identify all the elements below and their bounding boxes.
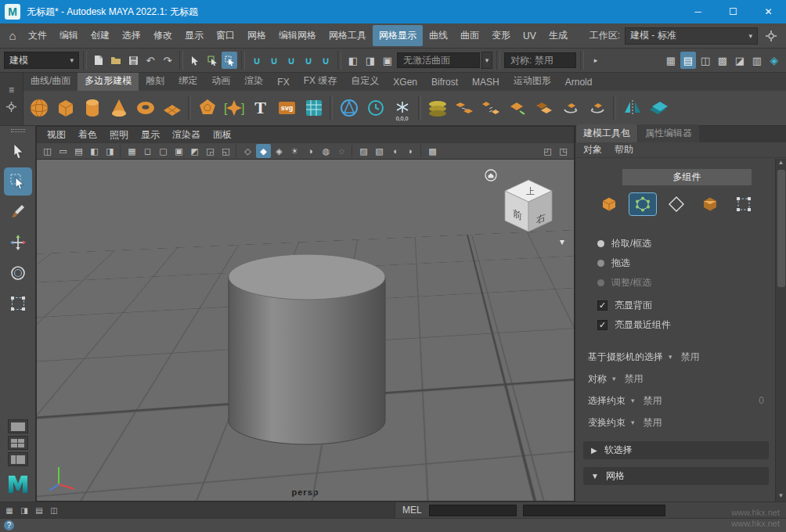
pane-tear-off-icon[interactable]: ◳ (556, 144, 571, 158)
checkbox-highlight-backfaces[interactable]: ✓ 亮显背面 (582, 296, 770, 315)
lock-camera-icon[interactable]: ▭ (56, 144, 70, 158)
type-tool-icon[interactable]: T (248, 95, 272, 121)
layout-four-pane-button[interactable] (8, 436, 28, 450)
command-input-field[interactable] (429, 505, 517, 516)
maya-logo[interactable] (3, 469, 33, 498)
tab-attribute-editor[interactable]: 属性编辑器 (638, 124, 699, 142)
lasso-select-tool[interactable] (4, 167, 32, 196)
menu-mesh-tools[interactable]: 网格工具 (323, 25, 373, 46)
svg-tool-icon[interactable]: svg (275, 95, 299, 121)
ipr-render-icon[interactable]: ◫ (698, 52, 713, 69)
poly-plane-icon[interactable] (160, 95, 184, 121)
right-panel-scrollbar[interactable]: ▲ ▼ (775, 159, 786, 501)
light-editor-icon[interactable]: ◪ (732, 52, 748, 69)
symmetry-field[interactable]: 对称: 禁用 (504, 52, 576, 68)
resolution-gate-icon[interactable]: ▢ (156, 144, 171, 158)
snap-curve-icon[interactable]: ∪ (266, 52, 282, 69)
snap-plane-icon[interactable]: ∪ (301, 52, 316, 69)
poly-cube-icon[interactable] (53, 95, 78, 121)
menu-windows[interactable]: 窗口 (210, 25, 241, 46)
scrollbar-thumb[interactable] (777, 170, 785, 287)
menu-surfaces[interactable]: 曲面 (454, 25, 485, 46)
super-shape-icon[interactable]: [] (222, 95, 246, 121)
shelf-tab-bifrost[interactable]: Bifrost (424, 74, 465, 91)
shelf-tab-fx[interactable]: FX (270, 74, 296, 91)
chevron-down-icon[interactable]: ▾ (481, 52, 492, 69)
camera-attributes-icon[interactable]: ▤ (71, 144, 86, 158)
display-layers-icon[interactable]: ▥ (749, 52, 765, 69)
snap-grid-icon[interactable]: ∪ (249, 52, 265, 69)
toolbox-grip[interactable] (11, 129, 25, 132)
sweep-mesh-icon[interactable] (301, 95, 326, 121)
minimize-button[interactable]: ─ (680, 0, 716, 23)
command-language-label[interactable]: MEL (395, 505, 429, 516)
field-chart-icon[interactable]: ◩ (187, 144, 202, 158)
snap-point-icon[interactable]: ∪ (283, 52, 299, 69)
shelf-tab-rendering[interactable]: 渲染 (237, 73, 270, 91)
vp-menu-show[interactable]: 显示 (135, 127, 165, 143)
vp-menu-renderer[interactable]: 渲染器 (167, 127, 206, 143)
shadows-icon[interactable]: ◑ (303, 144, 318, 158)
section-soft-selection[interactable]: ▶ 软选择 (583, 441, 769, 459)
toolkit-menu-objects[interactable]: 对象 (583, 143, 602, 156)
shelf-tab-poly-modeling[interactable]: 多边形建模 (78, 73, 139, 91)
history-toggle-icon[interactable]: ◫ (48, 505, 60, 516)
save-scene-icon[interactable] (125, 52, 141, 69)
platonic-solid-icon[interactable] (195, 95, 219, 121)
active-surface-field[interactable]: 无激活曲面 (397, 52, 480, 68)
mirror-icon[interactable] (620, 95, 644, 121)
poly-cylinder-object[interactable] (228, 253, 386, 446)
select-object-icon[interactable] (204, 52, 220, 69)
extract-icon[interactable] (505, 95, 529, 121)
combine-layers-icon[interactable] (425, 95, 449, 121)
render-view-icon[interactable]: ▦ (663, 52, 679, 69)
home-icon[interactable]: ⌂ (3, 27, 22, 45)
toolkit-menu-help[interactable]: 帮助 (615, 143, 633, 156)
shelf-tab-sculpting[interactable]: 雕刻 (139, 73, 171, 91)
scale-tool[interactable] (4, 289, 32, 318)
menu-mesh-display[interactable]: 网格显示 (373, 25, 423, 46)
render-settings-icon[interactable]: ▩ (715, 52, 730, 69)
menu-display[interactable]: 显示 (178, 25, 210, 46)
vertex-mode-icon[interactable] (629, 193, 656, 215)
curve-snap-toggle-icon[interactable]: ◨ (18, 505, 31, 516)
select-camera-icon[interactable]: ◫ (40, 144, 55, 158)
section-mesh[interactable]: ▼ 网格 (583, 467, 769, 485)
viewport-canvas[interactable]: 上 前 右 ▾ persp (37, 160, 574, 501)
safe-action-icon[interactable]: ◲ (203, 144, 218, 158)
menu-deform[interactable]: 变形 (485, 25, 517, 46)
new-scene-icon[interactable] (91, 52, 106, 69)
paint-select-tool[interactable] (4, 198, 32, 226)
safe-title-icon[interactable]: ◱ (218, 144, 233, 158)
checkbox-highlight-nearest[interactable]: ✓ 亮显最近组件 (582, 315, 770, 335)
open-scene-icon[interactable] (108, 52, 124, 69)
poly-cone-icon[interactable] (106, 95, 131, 121)
object-mode-icon[interactable] (596, 193, 622, 215)
edge-mode-icon[interactable] (663, 193, 690, 215)
viewcube-chevron-icon[interactable]: ▾ (560, 236, 564, 247)
option-transform-constraint[interactable]: 变换约束 ▾ 禁用 (582, 412, 770, 433)
shelf-gear-icon[interactable] (6, 102, 16, 114)
menu-edit[interactable]: 编辑 (53, 25, 85, 46)
radio-pick-marquee[interactable]: 拾取/框选 (582, 234, 770, 253)
face-mode-icon[interactable] (697, 193, 723, 215)
menu-curves[interactable]: 曲线 (423, 25, 454, 46)
gate-mask-icon[interactable]: ▣ (171, 144, 186, 158)
move-tool[interactable] (4, 228, 32, 257)
option-extra-value[interactable]: 0 (759, 395, 770, 406)
close-button[interactable]: ✕ (751, 0, 786, 23)
vp-menu-panels[interactable]: 面板 (207, 127, 237, 143)
select-component-icon[interactable] (222, 52, 237, 69)
render-current-frame-icon[interactable]: ▤ (680, 52, 696, 69)
option-symmetry[interactable]: 对称 ▾ 禁用 (582, 368, 770, 390)
output-connections-icon[interactable]: ◨ (362, 52, 378, 69)
workspace-dropdown[interactable]: 建模 - 标准 ▾ (625, 27, 758, 45)
scroll-down-icon[interactable]: ▼ (778, 492, 784, 501)
menu-select[interactable]: 选择 (116, 25, 147, 46)
screen-space-ao-icon[interactable]: ◍ (319, 144, 334, 158)
menu-generate[interactable]: 生成 (543, 25, 574, 46)
select-hierarchy-icon[interactable] (187, 52, 203, 69)
image-plane-icon[interactable]: ◨ (103, 144, 117, 158)
radio-tweak-marquee[interactable]: 调整/框选 (582, 273, 770, 293)
sidebar-expand-icon[interactable]: ▸ (588, 52, 604, 69)
